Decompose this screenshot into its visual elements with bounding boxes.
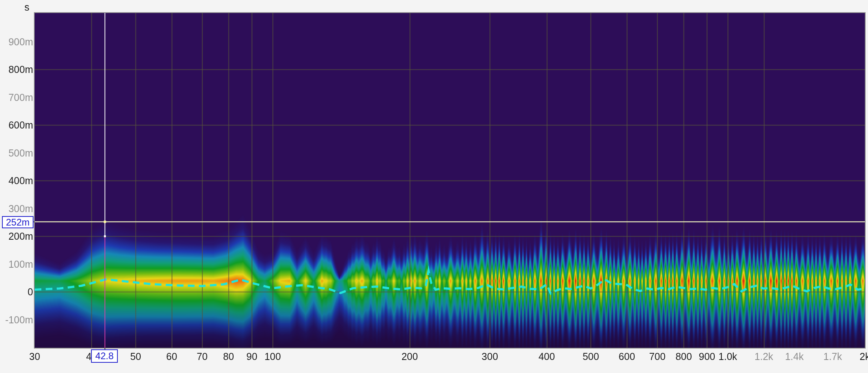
x-tick-label: 500: [583, 352, 599, 362]
x-tick-label: 400: [539, 352, 555, 362]
y-tick-label: 500m: [0, 148, 33, 158]
cursor-time-readout: 252m: [2, 216, 33, 228]
x-tick-label: 1.0k: [719, 352, 737, 362]
x-tick-label: 100: [264, 352, 281, 362]
x-tick-label: 80: [223, 352, 234, 362]
cursor-frequency-value: 42.8: [95, 351, 114, 362]
x-tick-label: 600: [619, 352, 635, 362]
x-tick-label: 1.2k: [755, 352, 773, 362]
x-tick-label: 2k: [860, 352, 868, 362]
y-tick-label: 100m: [0, 259, 33, 269]
x-tick-label: 70: [197, 352, 208, 362]
x-tick-label: 90: [246, 352, 257, 362]
x-tick-label: 200: [401, 352, 418, 362]
x-tick-label: 900: [699, 352, 716, 362]
y-tick-label: 700m: [0, 92, 33, 102]
y-tick-label: -100m: [0, 315, 33, 325]
cursor-time-value: 252m: [6, 217, 30, 228]
x-tick-label: 1.4k: [785, 352, 803, 362]
y-tick-label: 300m: [0, 203, 33, 213]
x-tick-label: 60: [166, 352, 177, 362]
x-tick-label: 800: [675, 352, 692, 362]
y-tick-label: 900m: [0, 37, 33, 47]
x-tick-label: 1.7k: [823, 352, 842, 362]
x-tick-label: 50: [130, 352, 141, 362]
y-tick-label: 0: [0, 287, 33, 297]
y-tick-label: 800m: [0, 65, 33, 75]
x-tick-label: 700: [649, 352, 665, 362]
y-tick-label: 600m: [0, 120, 33, 130]
y-tick-label: 400m: [0, 176, 33, 186]
y-axis-unit-label: s: [24, 2, 30, 13]
spectrogram-window: { "chart_data": { "type": "heatmap", "su…: [0, 0, 868, 373]
y-tick-label: 200m: [0, 231, 33, 241]
x-tick-label: 300: [481, 352, 498, 362]
spectrogram-canvas[interactable]: [0, 0, 868, 373]
cursor-frequency-readout: 42.8: [91, 349, 118, 363]
x-tick-label: 30: [29, 352, 40, 362]
